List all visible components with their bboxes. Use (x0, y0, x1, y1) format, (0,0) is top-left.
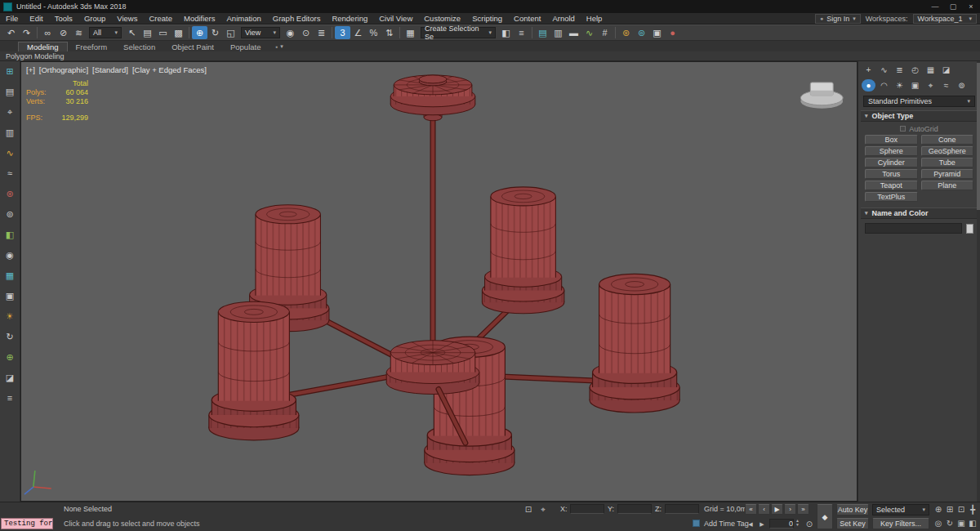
isolate-selection-icon[interactable]: ⊡ (523, 504, 534, 515)
key-mode-dropdown[interactable]: Selected ▾ (872, 504, 929, 515)
play-button[interactable]: ▶ (771, 504, 783, 515)
viewport[interactable]: [+] [Orthographic] [Standard] [Clay + Ed… (20, 61, 858, 502)
select-by-name-icon[interactable]: ▤ (140, 26, 155, 39)
textplus-button[interactable]: TextPlus (865, 192, 918, 202)
next-frame-button[interactable]: › (784, 504, 796, 515)
z-coordinate-field[interactable] (665, 504, 699, 514)
select-and-manipulate-icon[interactable]: ⊙ (298, 26, 314, 39)
object-type-rollout[interactable]: ▾ Object Type (861, 110, 978, 122)
add-time-tag[interactable]: Add Time Tag (704, 520, 749, 528)
menu-help[interactable]: Help (581, 13, 608, 24)
render-production-icon[interactable]: ● (665, 26, 680, 39)
pivot-icon[interactable]: ◉ (2, 248, 18, 262)
menu-views[interactable]: Views (111, 13, 143, 24)
percent-snap-icon[interactable]: % (366, 26, 381, 39)
snaps-toggle-icon[interactable]: 3 (335, 26, 350, 39)
menu-scripting[interactable]: Scripting (466, 13, 508, 24)
modify-tab-icon[interactable]: ∿ (877, 64, 891, 76)
menu-animation[interactable]: Animation (221, 13, 267, 24)
align-shortcut-icon[interactable]: ≡ (2, 390, 18, 405)
menu-arnold[interactable]: Arnold (546, 13, 580, 24)
light-icon[interactable]: ☀ (2, 309, 18, 324)
mirror-icon[interactable]: ◧ (498, 26, 514, 39)
use-pivot-center-icon[interactable]: ◉ (283, 26, 298, 39)
frame-spinner[interactable]: ▲▼ (795, 519, 800, 527)
nudge-back-icon[interactable]: ◀ (745, 519, 756, 529)
autogrid-row[interactable]: AutoGrid (858, 123, 980, 134)
ribbon-config-icon[interactable]: ▪ (275, 43, 278, 51)
geosphere-button[interactable]: GeoSphere (921, 146, 974, 156)
viewport-pov-menu[interactable]: [Orthographic] (39, 65, 88, 74)
display-toggle-icon[interactable]: ▦ (2, 268, 18, 283)
name-color-rollout[interactable]: ▾ Name and Color (861, 207, 978, 219)
menu-edit[interactable]: Edit (24, 13, 48, 24)
viewport-canvas[interactable] (21, 62, 857, 501)
space-warps-category-icon[interactable]: ≈ (939, 79, 953, 91)
curve-editor-icon[interactable]: ∿ (581, 26, 597, 39)
current-frame-field[interactable] (769, 519, 794, 529)
scene-explorer-toggle-icon[interactable]: ▤ (2, 84, 18, 99)
cameras-category-icon[interactable]: ▣ (908, 79, 922, 91)
pan-nav-icon[interactable]: ╋ (967, 504, 978, 515)
viewport-shading-menu[interactable]: [Clay + Edged Faces] (132, 65, 207, 74)
helpers-icon[interactable]: ⌖ (2, 105, 18, 119)
menu-group[interactable]: Group (78, 13, 111, 24)
window-crossing-icon[interactable]: ▩ (171, 26, 186, 39)
go-to-start-button[interactable]: « (745, 504, 757, 515)
bind-to-space-warp-icon[interactable]: ≋ (71, 26, 87, 39)
go-to-end-button[interactable]: » (797, 504, 809, 515)
macro-recorder-listener[interactable]: Testing for i (1, 518, 53, 529)
nudge-forward-icon[interactable]: ▶ (756, 519, 768, 529)
auto-key-button[interactable]: Auto Key (836, 504, 869, 515)
scene-explorer-icon[interactable]: ▤ (535, 26, 550, 39)
redo-icon[interactable]: ↷ (19, 26, 34, 39)
hierarchy-tab-icon[interactable]: ≣ (893, 64, 906, 76)
schematic-view-icon[interactable]: # (597, 26, 612, 39)
keyboard-override-icon[interactable]: ≣ (314, 26, 329, 39)
space-warp-icon[interactable]: ≈ (2, 166, 18, 181)
rendered-frame-window-icon[interactable]: ▣ (649, 26, 665, 39)
set-keys-button[interactable]: ◆ (817, 504, 833, 529)
menu-content[interactable]: Content (508, 13, 546, 24)
selection-filter-dropdown[interactable]: All ▾ (89, 27, 122, 38)
select-and-link-icon[interactable]: ∞ (40, 26, 56, 39)
layer-manager-icon[interactable]: ▥ (2, 125, 18, 140)
key-filters-button[interactable]: Key Filters... (872, 518, 929, 529)
camera-icon[interactable]: ▣ (2, 288, 18, 303)
chandelier-model[interactable] (209, 75, 679, 475)
menu-file[interactable]: File (0, 13, 24, 24)
lights-category-icon[interactable]: ☀ (893, 79, 906, 91)
menu-create[interactable]: Create (143, 13, 178, 24)
box-button[interactable]: Box (865, 135, 918, 145)
menu-customize[interactable]: Customize (418, 13, 466, 24)
material-editor-icon[interactable]: ⊛ (618, 26, 634, 39)
tab-selection[interactable]: Selection (115, 42, 163, 51)
undo-icon[interactable]: ↶ (3, 26, 19, 39)
set-key-button[interactable]: Set Key (836, 518, 869, 529)
select-and-rotate-icon[interactable]: ↻ (207, 26, 223, 39)
mirror-shortcut-icon[interactable]: ◧ (2, 227, 18, 242)
named-selection-dropdown[interactable]: Create Selection Se ▾ (421, 27, 496, 38)
tab-populate[interactable]: Populate (222, 42, 270, 51)
menu-tools[interactable]: Tools (49, 13, 78, 24)
ribbon-minimize-icon[interactable]: ▾ (280, 43, 283, 50)
geometry-category-icon[interactable]: ● (862, 79, 875, 91)
field-of-view-nav-icon[interactable]: ◎ (933, 518, 944, 529)
select-object-icon[interactable]: ↖ (124, 26, 140, 39)
systems-icon[interactable]: ⊚ (2, 207, 18, 221)
torus-button[interactable]: Torus (865, 169, 918, 179)
viewport-layout-nav-icon[interactable]: ◧ (967, 518, 978, 529)
time-configuration-icon[interactable]: ⊙ (804, 519, 815, 529)
pyramid-button[interactable]: Pyramid (921, 169, 974, 179)
sphere-button[interactable]: Sphere (865, 146, 918, 156)
material-shortcut-icon[interactable]: ⊛ (2, 186, 18, 201)
zoom-all-nav-icon[interactable]: ⊞ (944, 504, 956, 515)
object-color-swatch[interactable] (966, 224, 973, 234)
sign-in-button[interactable]: ● Sign In ▾ (815, 14, 861, 24)
x-coordinate-field[interactable] (570, 504, 604, 514)
y-coordinate-field[interactable] (617, 504, 652, 514)
minimize-button[interactable]: — (926, 0, 944, 13)
previous-frame-button[interactable]: ‹ (758, 504, 770, 515)
angle-snap-icon[interactable]: ∠ (350, 26, 366, 39)
layer-explorer-icon[interactable]: ▥ (550, 26, 566, 39)
